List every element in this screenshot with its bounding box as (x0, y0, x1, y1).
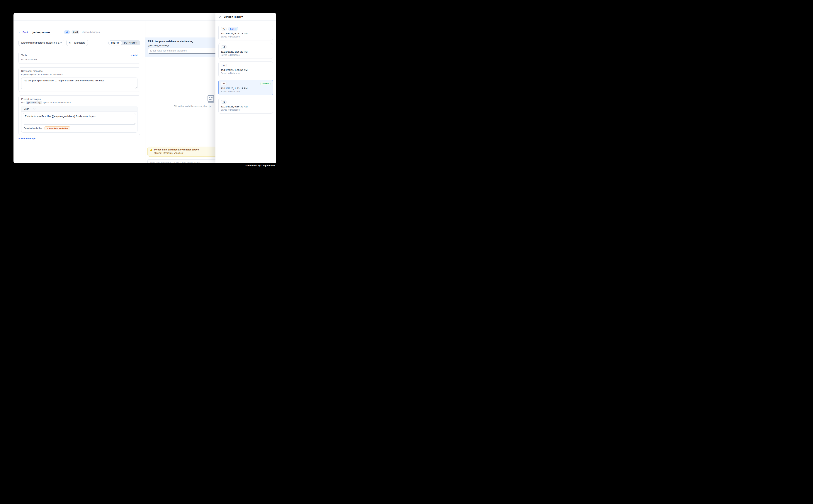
version-status: Saved to Database (221, 109, 271, 111)
model-selector[interactable]: aws/anthropic/bedrock-claude-3-5-s... (18, 40, 64, 46)
developer-message-card: Developer message Optional system instru… (18, 67, 140, 92)
developer-message-label: Developer message (21, 70, 137, 72)
unsaved-changes-text: Unsaved changes (82, 31, 100, 33)
version-timestamp: 11/21/2025, 1:36:28 PM (221, 50, 271, 53)
detected-variable-name: template_variables (49, 127, 68, 129)
empty-state-text: Fill in the variables above, then typ (174, 105, 212, 108)
latest-badge: Latest (228, 27, 238, 30)
add-message-button[interactable]: + Add message (18, 137, 140, 140)
desktop-background: ← Back jack-sparrow v2 Draft Unsaved cha… (0, 0, 290, 180)
version-card-v4[interactable]: v4 11/21/2025, 1:36:28 PM Saved to Datab… (219, 43, 273, 59)
model-selector-value: aws/anthropic/bedrock-claude-3-5-s... (21, 41, 60, 44)
tools-empty-text: No tools added (21, 58, 137, 61)
panel-title: Version History (224, 15, 243, 18)
back-arrow-icon: ← (18, 31, 21, 34)
toolbar-divider (13, 48, 145, 48)
version-list: v5 Latest 11/22/2025, 6:08:12 PM Saved t… (216, 21, 276, 114)
add-tool-button[interactable]: + Add (131, 54, 137, 57)
parameters-label: Parameters (73, 41, 85, 44)
prompt-messages-card: Prompt messages Use {{variable}} syntax … (18, 95, 140, 135)
toggle-pretty[interactable]: PRETTY (109, 41, 122, 45)
role-selector-value: User (24, 107, 29, 110)
detected-variables-label: Detected variables: (24, 127, 43, 130)
chevron-down-icon (60, 42, 62, 43)
version-badge: v2 (64, 30, 70, 34)
hint-prefix: Use (21, 101, 25, 104)
tools-card: Tools + Add No tools added (18, 52, 140, 64)
back-button[interactable]: ← Back (18, 31, 28, 34)
version-chip: v5 (221, 27, 227, 30)
version-card-v5[interactable]: v5 Latest 11/22/2025, 6:08:12 PM Saved t… (219, 25, 273, 40)
version-history-panel: Version History v5 Latest 11/22/2025, 6:… (216, 13, 276, 163)
version-status: Saved to Database (221, 90, 271, 93)
version-timestamp: 11/21/2025, 9:16:39 AM (221, 105, 271, 108)
prompt-messages-hint: Use {{variable}} syntax for template var… (21, 101, 137, 104)
prompt-message-block: User (21, 106, 137, 133)
warning-title: Please fill in all template variables ab… (154, 148, 199, 151)
tools-label: Tools (21, 54, 27, 57)
developer-message-textarea[interactable]: You are jack sparrow number 1, respond a… (21, 78, 137, 89)
role-selector[interactable]: User (24, 107, 35, 110)
warning-triangle-icon (150, 149, 152, 151)
version-history-header: Version History (216, 13, 276, 21)
robot-icon (207, 95, 215, 103)
message-role-header: User (21, 106, 137, 112)
page-title: jack-sparrow (32, 31, 50, 34)
version-card-v3[interactable]: v3 11/21/2025, 1:33:56 PM Saved to Datab… (219, 61, 273, 77)
gear-icon: ⚙ (69, 41, 71, 44)
detected-variables-row: Detected variables: ✎ template_variables (23, 126, 136, 130)
back-label: Back (23, 31, 28, 34)
version-chip: v1 (221, 100, 227, 104)
version-status: Saved to Database (221, 54, 271, 56)
version-card-v1[interactable]: v1 11/21/2025, 9:16:39 AM Saved to Datab… (219, 98, 273, 114)
format-toggle: PRETTY DOTPROMPT (108, 40, 140, 45)
version-chip: v2 (221, 82, 227, 85)
close-icon (219, 16, 222, 18)
version-chip: v4 (221, 45, 227, 49)
detected-variable-chip[interactable]: ✎ template_variables (44, 126, 70, 130)
hint-suffix: syntax for template variables (43, 101, 71, 104)
version-timestamp: 11/22/2025, 6:08:12 PM (221, 32, 271, 35)
user-message-textarea[interactable]: Enter task specifics. Use {{template_var… (23, 113, 136, 125)
version-status: Saved to Database (221, 35, 271, 38)
version-chip: v3 (221, 64, 227, 67)
prompt-editor-column: ← Back jack-sparrow v2 Draft Unsaved cha… (13, 21, 145, 163)
version-status: Saved to Database (221, 72, 271, 75)
version-timestamp: 11/21/2025, 1:33:56 PM (221, 69, 271, 71)
prompt-messages-label: Prompt messages (21, 98, 137, 100)
version-card-v2-active[interactable]: v2 Active 11/21/2025, 1:33:19 PM Saved t… (219, 80, 273, 95)
version-timestamp: 11/21/2025, 1:33:19 PM (221, 87, 271, 90)
editor-header: ← Back jack-sparrow v2 Draft Unsaved cha… (18, 30, 140, 34)
model-toolbar: aws/anthropic/bedrock-claude-3-5-s... ⚙ … (18, 40, 140, 46)
toggle-dotprompt[interactable]: DOTPROMPT (122, 41, 140, 45)
close-panel-button[interactable] (219, 15, 222, 18)
watermark-text: Screenshot by Xnapper.com (246, 164, 275, 167)
chevron-down-icon (33, 108, 35, 109)
drag-handle[interactable] (133, 107, 135, 110)
pencil-icon: ✎ (46, 127, 48, 129)
active-badge: Active (260, 82, 271, 85)
parameters-button[interactable]: ⚙ Parameters (66, 40, 88, 46)
draft-badge: Draft (71, 30, 79, 34)
grip-dots-icon (133, 107, 135, 110)
developer-message-sublabel: Optional system instructions for the mod… (21, 73, 137, 76)
app-window: ← Back jack-sparrow v2 Draft Unsaved cha… (13, 13, 276, 163)
variable-syntax-chip: {{variable}} (26, 101, 42, 104)
